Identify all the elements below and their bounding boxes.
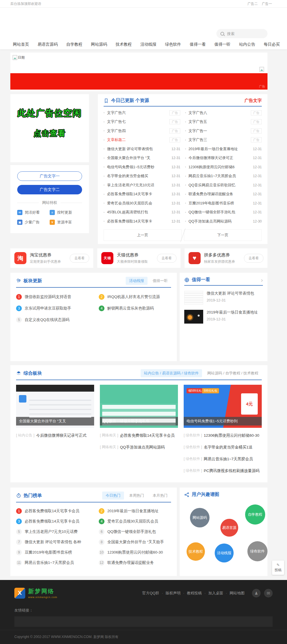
nav-item[interactable]: 活动线报: [136, 42, 161, 47]
article-link[interactable]: QQ微信一键领全部手游礼包: [189, 210, 250, 215]
prev-page-button[interactable]: 上一页: [104, 229, 182, 241]
hot-link[interactable]: 2019年最后一场日食直播地址: [107, 508, 159, 514]
article-link[interactable]: 必胜客免费领取14天宅享卡: [107, 219, 169, 224]
article-link[interactable]: 微信大更新 评论可带表情包: [207, 291, 254, 296]
category-tag[interactable]: 绿色软件: [184, 457, 202, 461]
article-link[interactable]: PC腾讯微视多线程刷播放量源码: [204, 468, 259, 473]
article-link[interactable]: 网易云音乐抽1~7天黑胶会员: [189, 173, 250, 179]
article-link[interactable]: 掌上生活老用户7元充10元话: [107, 183, 169, 188]
card-image[interactable]: QQ微信一键领全部手游礼包: [100, 385, 178, 428]
board-link[interactable]: 京东试用申请京豆获取助手: [25, 306, 71, 311]
card-image[interactable]: 领599元礼包 599元礼包 4元 电信号码免费领1~5元话费秒到: [184, 385, 262, 428]
article-link[interactable]: QQ手游加速点亮网站源码: [120, 445, 165, 450]
article-link[interactable]: 今后微信微博聊天记录可正: [189, 155, 250, 160]
ad-text-button-2[interactable]: 广告文字二: [17, 185, 82, 194]
composite-tab-inactive[interactable]: 网站源码 / 自学教程 / 技术教程: [204, 369, 262, 377]
category-tag[interactable]: 网络相关: [100, 433, 118, 438]
nav-item[interactable]: 值得一听: [210, 42, 235, 47]
hot-link[interactable]: 联通免费办理漏话提醒业务: [107, 560, 154, 565]
hot-tab[interactable]: 今日热门: [102, 492, 124, 500]
chevron-right-icon[interactable]: ›: [261, 277, 263, 283]
article-link[interactable]: 全国最大聚合外挂平台 “叉: [107, 155, 169, 160]
empty-ad-slot[interactable]: 此处广告位空闲 点击查看: [10, 94, 89, 162]
board-tab[interactable]: 值得一听: [149, 277, 171, 285]
article-link[interactable]: 文字广告八: [189, 110, 248, 115]
board-link[interactable]: 微信收款监控源码支持语音: [25, 294, 71, 299]
hot-tab[interactable]: 本周热门: [126, 492, 148, 500]
footer-link[interactable]: 版权声明: [166, 591, 181, 595]
user-icon[interactable]: ♟: [252, 589, 261, 597]
nav-item[interactable]: 网站源码: [87, 42, 111, 47]
nav-item[interactable]: 值得一看: [185, 42, 210, 47]
article-link[interactable]: 名字带金的麦当劳金桶买1送: [204, 445, 253, 450]
interest-bubble[interactable]: 网站源码: [190, 508, 210, 527]
article-link[interactable]: 文字广告五: [189, 119, 248, 124]
hot-link[interactable]: 必胜客免费领取14天宅享卡会员: [25, 508, 79, 514]
category-tag[interactable]: 绿色软件: [184, 445, 202, 450]
nav-item[interactable]: 站内公告: [235, 42, 259, 47]
hot-link[interactable]: 12306购票使用云闪付邮储60-30: [107, 550, 163, 555]
article-link[interactable]: 豆瓣2019年电影图书音乐榜: [189, 201, 250, 206]
board-link[interactable]: IRQQ机器人好友名片赞引流源: [107, 294, 160, 299]
submit-post-button[interactable]: ✎ 投稿: [272, 560, 284, 575]
article-link[interactable]: 爱奇艺会员领30天屈臣氏会: [107, 201, 169, 206]
article-link[interactable]: 名字带金的麦当劳金桶买: [107, 173, 169, 179]
hot-tab[interactable]: 本月热门: [149, 492, 171, 500]
category-tag[interactable]: 绿色软件: [184, 468, 202, 473]
interest-bubble[interactable]: 活动线报: [215, 544, 234, 562]
board-link[interactable]: 自定义改QQ在线状态源码: [25, 317, 69, 322]
hot-link[interactable]: 掌上生活老用户7元充10元话费: [25, 529, 78, 534]
card-image[interactable]: 全国最大聚合外挂平台 “叉叉: [16, 385, 94, 428]
interest-bubble[interactable]: 易语言源: [220, 519, 238, 537]
topbar-ad-link[interactable]: 广告二: [247, 2, 258, 6]
board-link[interactable]: 解锁网易云音乐灰色歌源码: [107, 306, 154, 311]
nav-item[interactable]: 绿色软件: [161, 42, 185, 47]
hot-link[interactable]: 必胜客免费领取14天宅享卡会员: [25, 519, 79, 524]
ad-text-button-1[interactable]: 广告文字一: [17, 171, 82, 181]
article-link[interactable]: 电信号码免费领1~5元话费秒: [107, 165, 169, 170]
article-link[interactable]: 12306购票使用云闪付邮储60-30: [204, 433, 259, 438]
go-see-button[interactable]: 去看看: [157, 254, 177, 263]
article-link[interactable]: 文字广告六: [107, 110, 166, 115]
hot-link[interactable]: 豆瓣2019年电影图书音乐榜: [25, 550, 72, 555]
article-link[interactable]: 必胜客免费领取14天宅享卡会员: [120, 433, 175, 438]
nav-item[interactable]: 自学教程: [62, 42, 87, 47]
next-page-button[interactable]: 下一页: [184, 229, 262, 241]
article-link[interactable]: 联通免费办理漏话提醒业务: [189, 192, 250, 197]
category-tag[interactable]: 绿色软件: [184, 433, 202, 438]
article-link[interactable]: 45张LOL超高清壁纸打包: [107, 210, 169, 215]
category-tag[interactable]: 网络相关: [100, 445, 118, 450]
article-link[interactable]: 文章标题二: [107, 137, 166, 142]
article-link[interactable]: 2019年最后一场日食直播地址: [189, 146, 250, 152]
article-link[interactable]: 微信大更新 评论可带表情包: [107, 146, 169, 152]
article-link[interactable]: 必胜客免费领取14天宅享卡: [107, 192, 169, 197]
article-link[interactable]: 文字广告四: [107, 128, 166, 134]
footer-link[interactable]: 加入桌面: [208, 591, 223, 595]
article-thumbnail[interactable]: [184, 310, 203, 324]
article-link[interactable]: 12306购票使用云闪付邮储6: [189, 165, 250, 170]
interest-bubble[interactable]: 自学教程: [245, 504, 265, 525]
footer-link[interactable]: 教程投稿: [187, 591, 202, 595]
footer-link[interactable]: 网站地图: [230, 591, 245, 595]
nav-item[interactable]: 每日必买: [259, 42, 284, 47]
ad-text-link[interactable]: 广告文字: [245, 98, 262, 103]
article-link[interactable]: 网易云音乐抽1~7天黑胶会员: [204, 457, 253, 462]
nav-item[interactable]: 易语言源码: [33, 42, 62, 47]
article-link[interactable]: 文字广告七: [107, 119, 166, 124]
hot-link[interactable]: 爱奇艺会员领30天屈臣氏会员: [107, 519, 158, 524]
hot-link[interactable]: 全国最大聚合外挂平台 “叉叉助手: [107, 539, 164, 545]
category-tag[interactable]: 站内公告: [16, 433, 34, 438]
search-box[interactable]: [216, 29, 267, 38]
article-link[interactable]: 2019年最后一场日食直播地址: [207, 310, 258, 315]
article-link[interactable]: 文字广告三: [189, 137, 248, 142]
mail-icon[interactable]: ✉: [264, 589, 273, 597]
article-thumbnail[interactable]: [184, 291, 203, 305]
go-see-button[interactable]: 去看看: [70, 254, 89, 263]
article-link[interactable]: 今后微信微博聊天记录可正式: [36, 433, 87, 438]
interest-bubble[interactable]: 技术教程: [187, 542, 205, 561]
article-link[interactable]: QQ音乐网易云音乐听歌回忆: [189, 183, 250, 188]
board-tab[interactable]: 活动线报: [126, 277, 148, 285]
nav-item[interactable]: 网站首页: [9, 42, 33, 47]
hot-link[interactable]: 网易云音乐抽1~7天黑胶会员: [25, 560, 74, 565]
hot-link[interactable]: 微信大更新 评论可带表情包 各种: [25, 539, 81, 545]
